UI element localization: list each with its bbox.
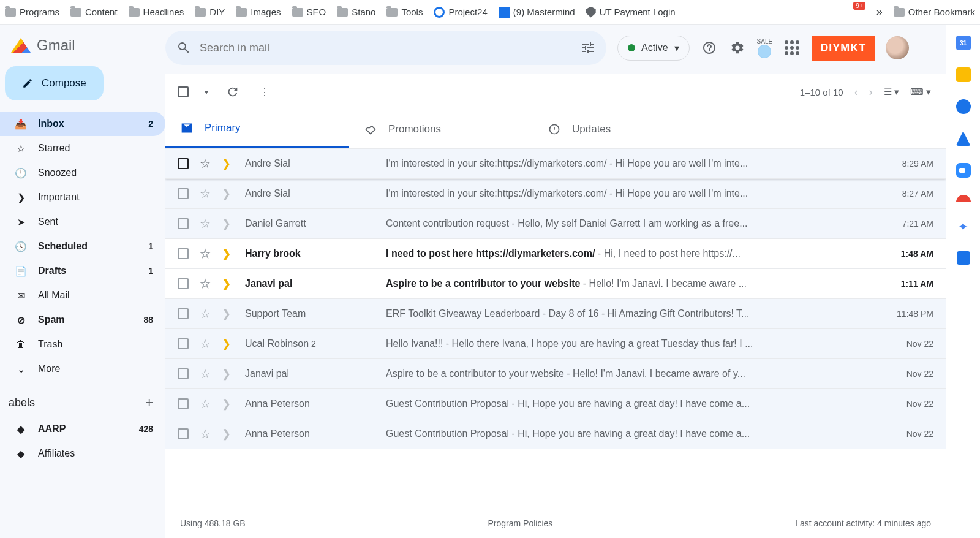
importance-icon[interactable]: ❯	[222, 157, 235, 170]
email-row[interactable]: ☆❯Daniel GarrettContent contribution req…	[165, 209, 946, 239]
star-icon[interactable]: ☆	[200, 396, 213, 411]
add-label-button[interactable]: +	[145, 395, 153, 411]
bookmark-item[interactable]: Tools	[386, 7, 423, 17]
email-checkbox[interactable]	[178, 398, 189, 409]
more-button[interactable]: ⋮	[256, 83, 273, 100]
email-row[interactable]: ☆❯Harry brookI need to post here https:/…	[165, 239, 946, 269]
bookmark-item[interactable]: (9) Mastermind	[499, 7, 575, 18]
bookmark-item[interactable]: DIY	[195, 7, 225, 17]
email-row[interactable]: ☆❯Andre SialI'm interested in your site:…	[165, 179, 946, 209]
apps-button[interactable]	[783, 39, 801, 56]
star-icon[interactable]: ☆	[200, 366, 213, 381]
importance-icon[interactable]: ❯	[222, 217, 235, 230]
star-icon[interactable]: ☆	[200, 186, 213, 201]
label-aarp[interactable]: ◆AARP428	[0, 417, 165, 441]
prev-page-button[interactable]: ‹	[854, 86, 858, 99]
bookmark-item[interactable]: Content	[70, 7, 118, 17]
email-checkbox[interactable]	[178, 218, 189, 229]
bookmark-item[interactable]: UT Payment Login	[586, 7, 676, 18]
contacts-app-icon[interactable]	[956, 131, 971, 146]
zoom-app-icon[interactable]	[956, 163, 971, 178]
density-toggle[interactable]: ☰ ▾	[884, 86, 899, 97]
star-icon[interactable]: ☆	[200, 156, 213, 171]
search-bar[interactable]	[165, 31, 606, 65]
diymkt-badge[interactable]: DIYMKT	[812, 36, 875, 61]
nav-sent[interactable]: ➤Sent	[0, 210, 165, 234]
account-avatar[interactable]	[886, 36, 909, 59]
gmail-brand[interactable]: Gmail	[0, 31, 165, 66]
keep-app-icon[interactable]	[956, 67, 971, 82]
calendar-app-icon[interactable]	[956, 36, 971, 50]
assistant-app-icon[interactable]	[957, 251, 970, 265]
refresh-button[interactable]	[224, 83, 241, 100]
addons-icon[interactable]: ✦	[958, 219, 968, 234]
email-row[interactable]: ☆❯Support TeamERF Toolkit Giveaway Leade…	[165, 299, 946, 329]
email-row[interactable]: ☆❯Janavi palAspire to be a contributor t…	[165, 269, 946, 299]
bookmark-item[interactable]: Headlines	[129, 7, 184, 17]
nav-spam[interactable]: ⊘Spam88	[0, 308, 165, 332]
star-icon[interactable]: ☆	[200, 216, 213, 231]
help-button[interactable]	[701, 39, 718, 56]
email-checkbox[interactable]	[178, 158, 189, 169]
star-icon[interactable]: ☆	[200, 246, 213, 261]
nav-important[interactable]: ❯Important	[0, 185, 165, 210]
tasks-app-icon[interactable]	[956, 99, 971, 114]
importance-icon[interactable]: ❯	[222, 187, 235, 200]
importance-icon[interactable]: ❯	[222, 337, 235, 350]
compose-button[interactable]: Compose	[5, 66, 104, 100]
email-checkbox[interactable]	[178, 428, 189, 439]
star-icon[interactable]: ☆	[200, 336, 213, 351]
search-input[interactable]	[200, 42, 572, 55]
nav-drafts[interactable]: 📄Drafts1	[0, 259, 165, 283]
email-checkbox[interactable]	[178, 188, 189, 199]
email-checkbox[interactable]	[178, 308, 189, 319]
email-row[interactable]: ☆❯Anna PetersonGuest Contribution Propos…	[165, 419, 946, 449]
email-checkbox[interactable]	[178, 278, 189, 289]
email-row[interactable]: ☆❯Ucal Robinson2Hello Ivana!!! - Hello t…	[165, 329, 946, 359]
bookmark-item[interactable]: Project24	[434, 7, 487, 18]
star-icon[interactable]: ☆	[200, 426, 213, 441]
settings-button[interactable]	[729, 39, 746, 56]
email-row[interactable]: ☆❯Anna PetersonGuest Contribution Propos…	[165, 389, 946, 419]
importance-icon[interactable]: ❯	[222, 397, 235, 411]
select-all-checkbox[interactable]	[178, 86, 189, 97]
bookmark-item[interactable]: Programs	[5, 7, 59, 17]
tune-icon[interactable]	[581, 40, 595, 55]
mail-list: ☆❯Andre SialI'm interested in your site:…	[165, 149, 946, 509]
nav-all-mail[interactable]: ✉All Mail	[0, 283, 165, 308]
email-checkbox[interactable]	[178, 338, 189, 349]
star-icon[interactable]: ☆	[200, 276, 213, 291]
tab-updates[interactable]: Updates	[533, 110, 717, 148]
nav-inbox[interactable]: 📥Inbox2	[0, 112, 165, 136]
bookmark-item[interactable]: Stano	[337, 7, 375, 17]
nav-snoozed[interactable]: 🕒Snoozed	[0, 161, 165, 185]
nav-more[interactable]: ⌄More	[0, 357, 165, 381]
input-tools[interactable]: ⌨ ▾	[910, 86, 931, 97]
select-dropdown[interactable]: ▼	[203, 89, 209, 96]
nav-trash[interactable]: 🗑Trash	[0, 332, 165, 357]
status-selector[interactable]: Active ▾	[617, 36, 690, 61]
label-affiliates[interactable]: ◆Affiliates	[0, 441, 165, 466]
email-row[interactable]: ☆❯Janavi palAspire to be a contributor t…	[165, 359, 946, 389]
importance-icon[interactable]: ❯	[222, 367, 235, 381]
importance-icon[interactable]: ❯	[222, 307, 235, 320]
email-checkbox[interactable]	[178, 368, 189, 379]
nav-scheduled[interactable]: 🕓Scheduled1	[0, 234, 165, 259]
bookmarks-overflow[interactable]: »	[876, 6, 883, 18]
star-icon[interactable]: ☆	[200, 306, 213, 321]
bookmark-item[interactable]: SEO	[292, 7, 326, 17]
importance-icon[interactable]: ❯	[222, 247, 235, 260]
email-row[interactable]: ☆❯Andre SialI'm interested in your site:…	[165, 149, 946, 179]
nav-starred[interactable]: ☆Starred	[0, 136, 165, 161]
other-bookmarks[interactable]: Other Bookmark	[894, 7, 975, 17]
tab-promotions[interactable]: Promotions	[349, 110, 533, 148]
importance-icon[interactable]: ❯	[222, 277, 235, 290]
policies-link[interactable]: Program Policies	[488, 518, 553, 528]
tab-primary[interactable]: Primary	[165, 110, 349, 148]
next-page-button[interactable]: ›	[869, 86, 873, 99]
bookmark-item[interactable]: Images	[236, 7, 281, 17]
activity-app-icon[interactable]	[956, 195, 971, 202]
sale-badge[interactable]: SALE	[757, 38, 773, 58]
email-checkbox[interactable]	[178, 248, 189, 259]
importance-icon[interactable]: ❯	[222, 427, 235, 441]
